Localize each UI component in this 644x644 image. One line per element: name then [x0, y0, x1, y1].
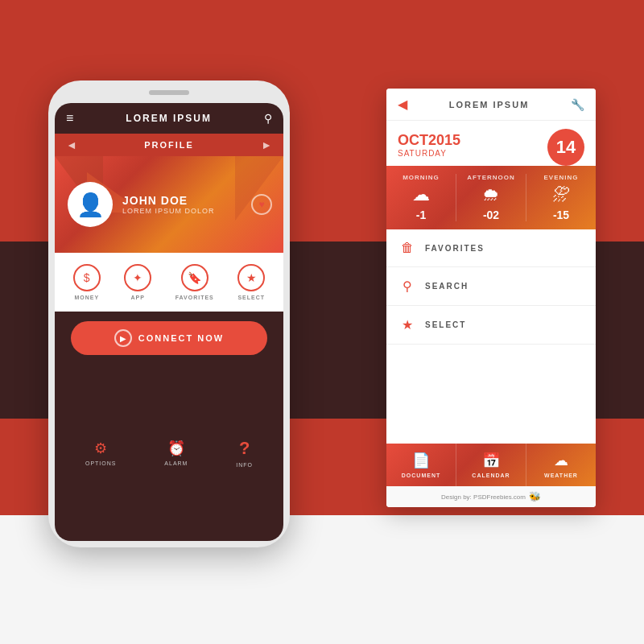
menu-app[interactable]: ✦ APP	[124, 264, 151, 300]
profile-nav: ◄ PROFILE ►	[55, 134, 283, 156]
search-icon[interactable]: ⚲	[264, 112, 272, 125]
search-item-label: SEARCH	[425, 282, 469, 291]
options-label: OPTIONS	[85, 460, 117, 466]
footer-options[interactable]: ⚙ OPTIONS	[85, 440, 117, 466]
panel-card: ◀ LOREM IPSUM 🔧 OCT2015 SATURDAY 14 MORN…	[386, 89, 596, 507]
user-name: JOHN DOE	[122, 194, 215, 207]
morning-temp: -1	[416, 208, 426, 221]
favorites-item-label: FAVORITES	[425, 244, 485, 253]
person-icon: 👤	[76, 192, 105, 218]
menu-favorites[interactable]: 🔖 FAVORITES	[175, 264, 214, 300]
phone-mockup: ≡ LOREM IPSUM ⚲ ◄ PROFILE ► 👤	[48, 80, 290, 547]
weather-tab-icon: ☁	[554, 452, 568, 469]
alarm-label: ALARM	[164, 460, 188, 466]
star-list-icon: ★	[399, 317, 415, 332]
gear-icon: ⚙	[94, 440, 107, 457]
footer-info[interactable]: ? INFO	[236, 438, 253, 468]
calendar-icon: 📅	[482, 452, 500, 469]
tab-weather[interactable]: ☁ WEATHER	[526, 444, 596, 486]
wrench-icon[interactable]: 🔧	[571, 98, 584, 111]
hamburger-icon[interactable]: ≡	[66, 111, 73, 126]
panel-list: 🗑 FAVORITES ⚲ SEARCH ★ SELECT	[386, 229, 596, 444]
evening-label: EVENING	[543, 174, 578, 181]
right-arrow-icon[interactable]: ►	[261, 138, 272, 151]
morning-label: MORNING	[402, 174, 440, 181]
select-item-label: SELECT	[425, 320, 466, 329]
heart-badge[interactable]: ♥	[251, 194, 272, 215]
panel-weather: MORNING ☁ -1 AFTERNOON 🌧 -02 EVENING ⛈ -…	[386, 166, 596, 229]
list-search[interactable]: ⚲ SEARCH	[386, 267, 596, 306]
menu-select[interactable]: ★ SELECT	[237, 264, 265, 300]
hero-text: JOHN DOE LOREM IPSUM DOLOR	[122, 194, 215, 215]
heart-icon: ♥	[258, 199, 264, 210]
weather-afternoon: AFTERNOON 🌧 -02	[456, 174, 526, 221]
phone-menu: $ MONEY ✦ APP 🔖 FAVORITES ★ SELECT	[55, 253, 283, 312]
user-sub: LOREM IPSUM DOLOR	[122, 207, 215, 215]
footer-alarm[interactable]: ⏰ ALARM	[164, 440, 188, 466]
document-icon: 📄	[412, 452, 430, 469]
phone-header: ≡ LOREM IPSUM ⚲	[55, 103, 283, 134]
tab-document[interactable]: 📄 DOCUMENT	[386, 444, 456, 486]
favorites-label: FAVORITES	[175, 295, 214, 300]
left-arrow-icon[interactable]: ◄	[66, 138, 77, 151]
tab-calendar[interactable]: 📅 CALENDAR	[456, 444, 526, 486]
money-label: MONEY	[74, 295, 99, 300]
panel-footer-tabs: 📄 DOCUMENT 📅 CALENDAR ☁ WEATHER	[386, 444, 596, 486]
list-select[interactable]: ★ SELECT	[386, 306, 596, 345]
profile-label: PROFILE	[144, 140, 194, 150]
weather-tab-label: WEATHER	[544, 473, 578, 478]
calendar-tab-label: CALENDAR	[472, 473, 510, 478]
info-icon: ?	[239, 438, 250, 459]
evening-temp: -15	[553, 208, 569, 221]
play-icon: ▶	[114, 329, 132, 347]
panel-title: LOREM IPSUM	[449, 100, 530, 109]
afternoon-label: AFTERNOON	[467, 174, 515, 181]
phone-footer: ⚙ OPTIONS ⏰ ALARM ? INFO	[55, 365, 283, 541]
bookmark-icon: 🔖	[181, 264, 208, 291]
weather-evening: EVENING ⛈ -15	[526, 174, 596, 221]
connect-section: ▶ CONNECT NOW	[55, 312, 283, 365]
search-list-icon: ⚲	[399, 279, 415, 294]
attribution: Design by: PSDFreebies.com 🐝	[386, 486, 596, 507]
trash-icon: 🗑	[399, 241, 415, 255]
menu-money[interactable]: $ MONEY	[73, 264, 101, 300]
alarm-icon: ⏰	[167, 440, 185, 457]
hero-content: 👤 JOHN DOE LOREM IPSUM DOLOR ♥	[55, 156, 283, 253]
panel-date: OCT2015 SATURDAY 14	[386, 121, 596, 166]
puzzle-icon: ✦	[124, 264, 151, 291]
list-favorites[interactable]: 🗑 FAVORITES	[386, 229, 596, 267]
phone-notch	[149, 90, 189, 95]
money-icon: $	[73, 264, 101, 291]
app-label: APP	[130, 295, 144, 300]
info-label: INFO	[236, 462, 253, 468]
storm-icon-evening: ⛈	[552, 184, 570, 205]
select-label: SELECT	[237, 295, 265, 300]
afternoon-temp: -02	[483, 208, 499, 221]
star-icon: ★	[237, 264, 265, 291]
panel-header: ◀ LOREM IPSUM 🔧	[386, 89, 596, 121]
attribution-text: Design by: PSDFreebies.com	[441, 493, 526, 501]
weather-morning: MORNING ☁ -1	[386, 174, 456, 221]
phone-screen: ≡ LOREM IPSUM ⚲ ◄ PROFILE ► 👤	[55, 103, 283, 541]
avatar: 👤	[68, 182, 113, 227]
rain-icon-afternoon: 🌧	[482, 184, 500, 205]
date-badge: 14	[547, 129, 584, 166]
profile-hero: 👤 JOHN DOE LOREM IPSUM DOLOR ♥	[55, 156, 283, 253]
connect-button[interactable]: ▶ CONNECT NOW	[71, 321, 267, 355]
phone-title: LOREM IPSUM	[126, 113, 212, 124]
bee-icon: 🐝	[529, 491, 541, 502]
background: ≡ LOREM IPSUM ⚲ ◄ PROFILE ► 👤	[0, 0, 644, 644]
cloud-icon-morning: ☁	[412, 184, 430, 205]
share-icon[interactable]: ◀	[398, 97, 407, 112]
connect-label: CONNECT NOW	[138, 333, 224, 343]
document-tab-label: DOCUMENT	[402, 473, 440, 478]
